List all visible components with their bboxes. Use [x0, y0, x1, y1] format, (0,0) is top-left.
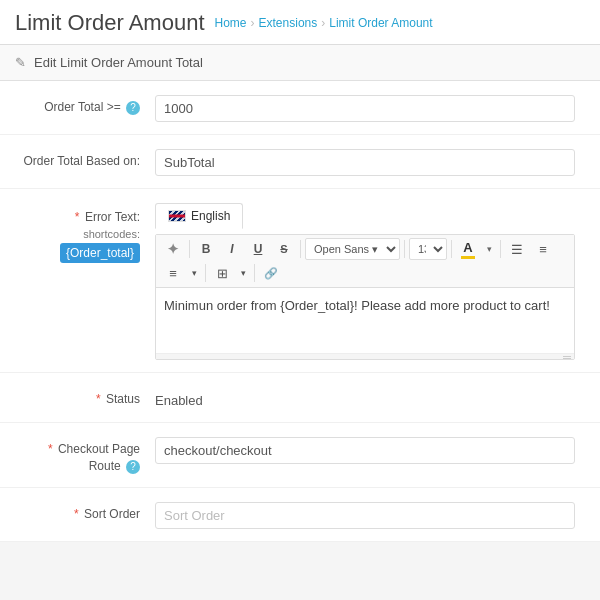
sort-order-control [155, 500, 585, 529]
edit-section-title: Edit Limit Order Amount Total [34, 55, 203, 70]
status-required-star: * [96, 392, 101, 406]
sort-order-row: * Sort Order [0, 488, 600, 542]
editor-toolbar: ✦ B I U S Open Sans ▾ 13▾ [156, 235, 574, 288]
toolbar-table-btn[interactable]: ⊞ [210, 262, 234, 284]
toolbar-bold-btn[interactable]: B [194, 238, 218, 260]
status-label: * Status [15, 385, 155, 408]
color-letter: A [463, 240, 472, 255]
toolbar-ul-btn[interactable]: ☰ [505, 238, 529, 260]
toolbar-font-select[interactable]: Open Sans ▾ [305, 238, 400, 260]
edit-section-header: ✎ Edit Limit Order Amount Total [0, 45, 600, 81]
toolbar-sep-5 [500, 240, 501, 258]
toolbar-size-select[interactable]: 13▾ [409, 238, 447, 260]
editor-resize-handle[interactable] [156, 353, 574, 359]
toolbar-sep-3 [404, 240, 405, 258]
error-text-required-star: * [75, 210, 80, 224]
editor-text: Minimun order from {Order_total}! Please… [164, 298, 550, 313]
toolbar-color-dropdown-btn[interactable]: ▾ [482, 238, 496, 260]
sort-order-label: * Sort Order [15, 500, 155, 523]
flag-gb-icon [168, 210, 186, 222]
order-total-help-icon[interactable]: ? [126, 101, 140, 115]
lang-tab-english[interactable]: English [155, 203, 243, 229]
toolbar-italic-btn[interactable]: I [220, 238, 244, 260]
page-title: Limit Order Amount [15, 10, 205, 36]
shortcode-chip[interactable]: {Order_total} [60, 243, 140, 264]
order-total-based-row: Order Total Based on: [0, 135, 600, 189]
editor-content[interactable]: Minimun order from {Order_total}! Please… [156, 288, 574, 353]
toolbar-ol-btn[interactable]: ≡ [531, 238, 555, 260]
breadcrumb-sep-1: › [251, 16, 255, 30]
order-total-based-input[interactable] [155, 149, 575, 176]
toolbar-align-dropdown-btn[interactable]: ▾ [187, 262, 201, 284]
status-row: * Status Enabled [0, 373, 600, 423]
shortcodes-label: shortcodes: [83, 228, 140, 240]
order-total-control [155, 93, 585, 122]
checkout-route-help-icon[interactable]: ? [126, 460, 140, 474]
breadcrumb-extensions[interactable]: Extensions [259, 16, 318, 30]
order-total-based-label: Order Total Based on: [15, 147, 155, 170]
toolbar-table-dropdown-btn[interactable]: ▾ [236, 262, 250, 284]
pencil-icon: ✎ [15, 55, 26, 70]
toolbar-sep-1 [189, 240, 190, 258]
checkout-route-row: * Checkout Page Route ? [0, 423, 600, 488]
error-text-control: English ✦ B I U S Open Sans ▾ [155, 201, 585, 360]
toolbar-strikethrough-btn[interactable]: S [272, 238, 296, 260]
form-container: Order Total >= ? Order Total Based on: *… [0, 81, 600, 542]
toolbar-link-btn[interactable]: 🔗 [259, 262, 283, 284]
toolbar-align-btn[interactable]: ≡ [161, 262, 185, 284]
breadcrumb-sep-2: › [321, 16, 325, 30]
toolbar-sep-2 [300, 240, 301, 258]
color-bar [461, 256, 475, 259]
breadcrumb: Home › Extensions › Limit Order Amount [215, 16, 433, 30]
checkout-route-input[interactable] [155, 437, 575, 464]
order-total-row: Order Total >= ? [0, 81, 600, 135]
toolbar-sep-7 [254, 264, 255, 282]
toolbar-sep-6 [205, 264, 206, 282]
order-total-label: Order Total >= ? [15, 93, 155, 116]
breadcrumb-current[interactable]: Limit Order Amount [329, 16, 432, 30]
order-total-based-control [155, 147, 585, 176]
editor-wrapper: ✦ B I U S Open Sans ▾ 13▾ [155, 234, 575, 360]
order-total-input[interactable] [155, 95, 575, 122]
checkout-route-label: * Checkout Page Route ? [15, 435, 155, 475]
toolbar-color-btn[interactable]: A [456, 238, 480, 260]
sort-order-input[interactable] [155, 502, 575, 529]
checkout-route-required-star: * [48, 442, 53, 456]
status-control: Enabled [155, 385, 585, 408]
error-text-label: * Error Text: shortcodes: {Order_total} [15, 201, 155, 263]
error-text-row: * Error Text: shortcodes: {Order_total} … [0, 189, 600, 373]
lang-tab-label: English [191, 209, 230, 223]
breadcrumb-home[interactable]: Home [215, 16, 247, 30]
checkout-route-control [155, 435, 585, 464]
lang-tab-bar: English [155, 203, 585, 229]
toolbar-sep-4 [451, 240, 452, 258]
toolbar-magic-btn[interactable]: ✦ [161, 238, 185, 260]
toolbar-underline-btn[interactable]: U [246, 238, 270, 260]
resize-handle-icon [563, 355, 571, 359]
status-value: Enabled [155, 387, 585, 408]
sort-order-required-star: * [74, 507, 79, 521]
page-header: Limit Order Amount Home › Extensions › L… [0, 0, 600, 45]
